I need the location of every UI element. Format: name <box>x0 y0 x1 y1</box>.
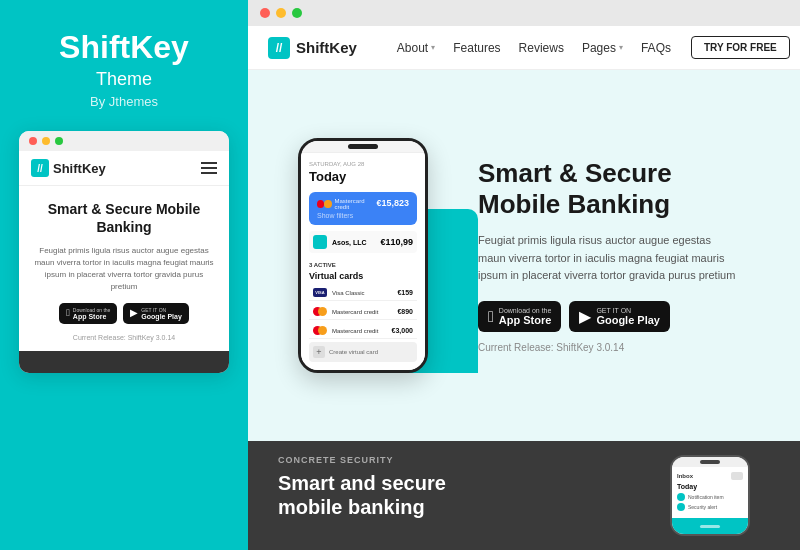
hero-googleplay-text: GET IT ON Google Play <box>596 307 660 326</box>
mini-release-text: Current Release: ShiftKey 3.0.14 <box>33 334 215 341</box>
visa-icon: VISA <box>313 288 327 297</box>
mc2-amount: €3,000 <box>392 327 413 334</box>
hero-appstore-button[interactable]:  Download on the App Store <box>478 301 561 332</box>
try-free-button[interactable]: TRY FOR FREE <box>691 36 790 59</box>
mini-store-buttons:  Download on the App Store ▶ GET IT ON … <box>33 303 215 324</box>
brand-subtitle: Theme <box>96 69 152 90</box>
apple-icon:  <box>66 308 70 318</box>
nav-faqs[interactable]: FAQs <box>641 41 671 55</box>
mc2-label: Mastercard credit <box>332 328 387 334</box>
dark-phone-item-2: Security alert <box>677 503 743 511</box>
mini-logo-text: ShiftKey <box>53 161 106 176</box>
dark-section-label: CONCRETE SECURITY <box>278 455 630 465</box>
visa-amount: €159 <box>397 289 413 296</box>
google-play-store-icon: ▶ <box>579 309 591 325</box>
brand-title: ShiftKey <box>59 30 189 65</box>
phone-card-amount: €15,823 <box>376 198 409 208</box>
phone-notch <box>348 144 378 149</box>
hero-content: Smart & SecureMobile Banking Feugiat pri… <box>448 138 800 373</box>
appstore-store-name: App Store <box>499 314 552 326</box>
hero-section: SATURDAY, AUG 28 Today Mastercard credit <box>248 70 800 441</box>
phone-mockup: SATURDAY, AUG 28 Today Mastercard credit <box>298 138 428 373</box>
google-play-icon: ▶ <box>130 308 138 318</box>
website-logo-text: ShiftKey <box>296 39 357 56</box>
website-area: // ShiftKey About ▾ Features Reviews Pag… <box>248 26 800 550</box>
googleplay-store-name: Google Play <box>596 314 660 326</box>
dark-phone-bottom-bar <box>672 518 748 534</box>
mc1-icon <box>313 307 327 316</box>
phone-credit-card: Mastercard credit Show filters €15,823 <box>309 192 417 225</box>
nav-pages[interactable]: Pages ▾ <box>582 41 623 55</box>
hero-store-buttons:  Download on the App Store ▶ GET IT ON … <box>478 301 770 332</box>
mini-dot-red <box>29 137 37 145</box>
add-card-icon: + <box>313 346 325 358</box>
mini-hero-heading: Smart & Secure Mobile Banking <box>33 200 215 236</box>
phone-add-card-row[interactable]: + Create virtual card <box>309 342 417 362</box>
hero-appstore-text: Download on the App Store <box>499 307 552 326</box>
dark-phone-area: Inbox Today Notification item Security a… <box>650 455 770 536</box>
right-panel: // ShiftKey About ▾ Features Reviews Pag… <box>248 0 800 550</box>
apple-store-icon:  <box>488 309 494 325</box>
add-card-label: Create virtual card <box>329 349 378 355</box>
company-amount: €110,99 <box>380 237 413 247</box>
dark-phone-today: Today <box>677 483 743 490</box>
dark-phone-notch <box>700 460 720 464</box>
phone-virtual-heading: Virtual cards <box>309 271 417 281</box>
website-nav-links: About ▾ Features Reviews Pages ▾ FAQs <box>397 41 671 55</box>
phone-mc2-row: Mastercard credit €3,000 <box>309 323 417 339</box>
dark-phone-inbox-label: Inbox <box>677 473 727 479</box>
mini-googleplay-text: GET IT ON Google Play <box>141 307 181 320</box>
googleplay-get-label: GET IT ON <box>596 307 660 314</box>
phone-notch-bar <box>301 141 425 153</box>
dark-section: CONCRETE SECURITY Smart and securemobile… <box>248 441 800 550</box>
dark-phone-dot-1 <box>677 493 685 501</box>
mini-googleplay-button[interactable]: ▶ GET IT ON Google Play <box>123 303 188 324</box>
mini-appstore-button[interactable]:  Download on the App Store <box>59 303 117 324</box>
browser-dot-green <box>292 8 302 18</box>
mini-appstore-text: Download on the App Store <box>73 307 111 320</box>
dark-section-text: CONCRETE SECURITY Smart and securemobile… <box>278 455 630 519</box>
chevron-down-icon: ▾ <box>431 43 435 52</box>
mini-logo-icon: // <box>31 159 49 177</box>
mini-dot-green <box>55 137 63 145</box>
nav-reviews[interactable]: Reviews <box>519 41 564 55</box>
company-logo <box>313 235 327 249</box>
mini-hamburger-icon[interactable] <box>201 162 217 174</box>
dark-phone-mockup: Inbox Today Notification item Security a… <box>670 455 750 536</box>
nav-about[interactable]: About ▾ <box>397 41 435 55</box>
mini-logo: // ShiftKey <box>31 159 106 177</box>
phone-mockup-area: SATURDAY, AUG 28 Today Mastercard credit <box>248 138 448 373</box>
brand-by: By Jthemes <box>90 94 158 109</box>
left-sidebar: ShiftKey Theme By Jthemes // ShiftKey Sm… <box>0 0 248 550</box>
mini-browser-mockup: // ShiftKey Smart & Secure Mobile Bankin… <box>19 131 229 372</box>
mini-browser-bar <box>19 131 229 151</box>
mc1-amount: €890 <box>397 308 413 315</box>
phone-screen: SATURDAY, AUG 28 Today Mastercard credit <box>301 153 425 370</box>
appstore-small-label: Download on the <box>73 307 111 313</box>
dark-phone-home-indicator <box>700 525 720 528</box>
phone-section-active: 3 ACTIVE <box>309 262 336 268</box>
visa-label: Visa Classic <box>332 290 392 296</box>
nav-features[interactable]: Features <box>453 41 500 55</box>
dark-phone-bar <box>672 457 748 467</box>
googleplay-small-label: GET IT ON <box>141 307 181 313</box>
dark-section-heading: Smart and securemobile banking <box>278 471 630 519</box>
phone-today: Today <box>309 169 417 184</box>
mini-content: Smart & Secure Mobile Banking Feugiat pr… <box>19 186 229 350</box>
mini-dark-bar <box>19 351 229 373</box>
googleplay-name: Google Play <box>141 313 181 320</box>
dark-phone-dot-2 <box>677 503 685 511</box>
phone-visa-row: VISA Visa Classic €159 <box>309 285 417 301</box>
dark-phone-search-icon <box>731 472 743 480</box>
mini-nav: // ShiftKey <box>19 151 229 186</box>
chevron-down-icon-pages: ▾ <box>619 43 623 52</box>
hero-release-text: Current Release: ShiftKey 3.0.14 <box>478 342 770 353</box>
browser-dot-red <box>260 8 270 18</box>
appstore-name: App Store <box>73 313 111 320</box>
browser-dot-yellow <box>276 8 286 18</box>
hero-body-text: Feugiat primis ligula risus auctor augue… <box>478 232 738 285</box>
dark-phone-inbox-row: Inbox <box>677 472 743 480</box>
hero-googleplay-button[interactable]: ▶ GET IT ON Google Play <box>569 301 670 332</box>
dark-phone-item-text-1: Notification item <box>688 494 724 500</box>
website-logo-icon: // <box>268 37 290 59</box>
